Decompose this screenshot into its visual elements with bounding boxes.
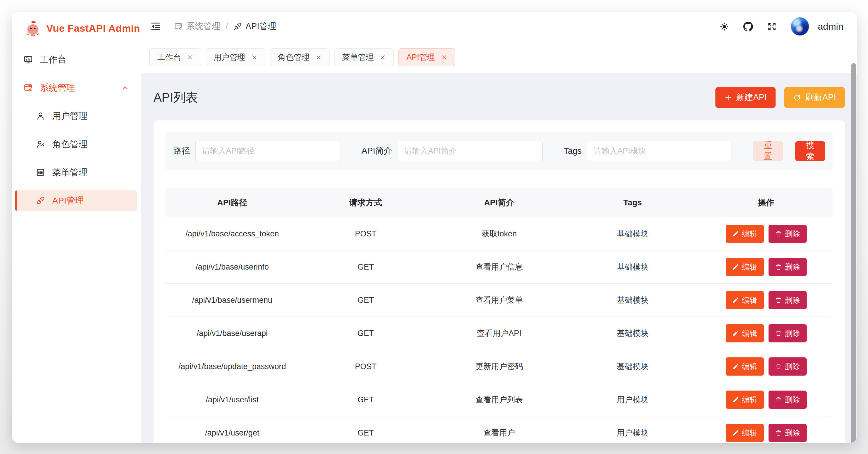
close-icon[interactable] bbox=[380, 54, 386, 60]
delete-button[interactable]: 删除 bbox=[769, 391, 807, 409]
reset-button[interactable]: 重置 bbox=[753, 141, 783, 161]
delete-button[interactable]: 删除 bbox=[769, 358, 807, 376]
cell-tags: 基础模块 bbox=[566, 217, 699, 251]
cell-tags: 用户模块 bbox=[566, 417, 699, 443]
sidebar-item-label: 用户管理 bbox=[52, 110, 88, 122]
delete-button[interactable]: 删除 bbox=[769, 225, 807, 243]
col-actions: 操作 bbox=[699, 188, 833, 217]
close-icon[interactable] bbox=[315, 54, 321, 60]
pencil-icon bbox=[732, 429, 739, 436]
edit-button[interactable]: 编辑 bbox=[726, 391, 764, 409]
table-row: /api/v1/user/list GET 查看用户列表 用户模块 编辑 bbox=[165, 383, 833, 417]
username[interactable]: admin bbox=[818, 21, 843, 32]
api-table: API路径 请求方式 API简介 Tags 操作 /api/v1/base/ac… bbox=[165, 188, 833, 443]
sidebar-collapse-icon[interactable] bbox=[150, 21, 161, 32]
cell-actions: 编辑 删除 bbox=[699, 251, 833, 284]
avatar[interactable] bbox=[791, 17, 809, 35]
fullscreen-icon[interactable] bbox=[767, 22, 777, 31]
cell-summary: 查看用户信息 bbox=[433, 251, 566, 284]
create-api-button[interactable]: 新建API bbox=[715, 87, 776, 108]
cell-tags: 基础模块 bbox=[566, 284, 699, 317]
tab-label: 工作台 bbox=[157, 52, 181, 62]
breadcrumb: 系统管理 / API管理 bbox=[174, 21, 276, 32]
desktop: { "app": {"logo_text": "Vue FastAPI Admi… bbox=[0, 0, 868, 454]
tab[interactable]: API管理 bbox=[399, 49, 455, 66]
sidebar-item-label: API管理 bbox=[52, 195, 84, 207]
pencil-icon bbox=[732, 230, 739, 237]
tags-input[interactable] bbox=[587, 141, 732, 161]
edit-button[interactable]: 编辑 bbox=[726, 358, 764, 376]
close-icon[interactable] bbox=[187, 54, 193, 60]
edit-button[interactable]: 编辑 bbox=[726, 324, 764, 342]
cell-summary: 查看用户菜单 bbox=[433, 284, 566, 317]
theme-sun-icon[interactable] bbox=[719, 22, 729, 31]
search-button[interactable]: 搜索 bbox=[795, 141, 825, 161]
system-gear-icon bbox=[174, 22, 183, 31]
breadcrumb-item-api[interactable]: API管理 bbox=[233, 21, 276, 32]
summary-input[interactable] bbox=[398, 141, 542, 161]
tab[interactable]: 用户管理 bbox=[206, 49, 265, 66]
delete-button[interactable]: 删除 bbox=[769, 258, 807, 276]
cell-method: GET bbox=[299, 284, 433, 317]
cell-method: GET bbox=[299, 251, 433, 284]
sidebar-item-menus[interactable]: 菜单管理 bbox=[15, 162, 137, 183]
cell-method: POST bbox=[299, 217, 433, 251]
cell-summary: 获取token bbox=[433, 217, 566, 251]
breadcrumb-item-system[interactable]: 系统管理 bbox=[174, 21, 220, 32]
table-row: /api/v1/base/userapi GET 查看用户API 基础模块 编辑 bbox=[165, 317, 833, 350]
cell-method: GET bbox=[299, 317, 433, 350]
col-tags: Tags bbox=[566, 188, 699, 217]
refresh-api-button[interactable]: 刷新API bbox=[784, 87, 845, 108]
delete-button[interactable]: 删除 bbox=[769, 424, 807, 442]
refresh-icon bbox=[793, 94, 801, 102]
sidebar-item-label: 系统管理 bbox=[40, 82, 75, 94]
trash-icon bbox=[775, 330, 782, 337]
user-icon bbox=[36, 111, 45, 121]
edit-button[interactable]: 编辑 bbox=[726, 258, 764, 276]
sidebar-item-system[interactable]: 系统管理 bbox=[15, 78, 137, 98]
github-icon[interactable] bbox=[743, 22, 753, 31]
delete-button[interactable]: 删除 bbox=[769, 324, 807, 342]
pencil-icon bbox=[732, 330, 739, 337]
main-area: 系统管理 / API管理 admin 工作台 bbox=[141, 12, 857, 443]
tab[interactable]: 角色管理 bbox=[270, 49, 330, 66]
scrollbar[interactable] bbox=[851, 63, 856, 443]
cell-tags: 用户模块 bbox=[566, 383, 699, 417]
sidebar-item-workbench[interactable]: 工作台 bbox=[15, 49, 137, 70]
edit-button[interactable]: 编辑 bbox=[726, 225, 764, 243]
cell-method: GET bbox=[299, 417, 433, 443]
app-logo[interactable]: Vue FastAPI Admin bbox=[12, 12, 141, 45]
sidebar-item-api[interactable]: API管理 bbox=[15, 190, 137, 211]
cell-path: /api/v1/base/access_token bbox=[165, 217, 299, 251]
path-input[interactable] bbox=[195, 141, 340, 161]
close-icon[interactable] bbox=[441, 54, 447, 60]
cell-actions: 编辑 删除 bbox=[699, 284, 833, 317]
breadcrumb-separator: / bbox=[226, 22, 228, 31]
col-path: API路径 bbox=[165, 188, 299, 217]
edit-button[interactable]: 编辑 bbox=[726, 291, 764, 309]
system-gear-icon bbox=[24, 83, 33, 92]
api-plug-icon bbox=[233, 22, 242, 31]
col-summary: API简介 bbox=[433, 188, 566, 217]
tab[interactable]: 工作台 bbox=[149, 49, 201, 66]
col-method: 请求方式 bbox=[299, 188, 433, 217]
cell-path: /api/v1/user/list bbox=[165, 383, 299, 417]
edit-button[interactable]: 编辑 bbox=[726, 424, 764, 442]
cell-tags: 基础模块 bbox=[566, 251, 699, 284]
tags-label: Tags bbox=[564, 146, 582, 156]
cell-actions: 编辑 删除 bbox=[699, 217, 833, 251]
trash-icon bbox=[775, 296, 782, 304]
tab[interactable]: 菜单管理 bbox=[334, 49, 394, 66]
path-label: 路径 bbox=[173, 145, 190, 157]
delete-button[interactable]: 删除 bbox=[769, 291, 807, 309]
page-content: API列表 新建API 刷新API 路径 bbox=[141, 74, 857, 443]
cell-summary: 查看用户列表 bbox=[433, 383, 566, 417]
sidebar-item-roles[interactable]: 角色管理 bbox=[15, 134, 137, 154]
pencil-icon bbox=[732, 296, 739, 304]
close-icon[interactable] bbox=[251, 54, 257, 60]
chick-logo-icon bbox=[24, 19, 42, 37]
cell-path: /api/v1/base/update_password bbox=[165, 350, 299, 383]
filter-buttons: 重置 搜索 bbox=[753, 141, 825, 161]
table-row: /api/v1/base/update_password POST 更新用户密码… bbox=[165, 350, 833, 383]
sidebar-item-users[interactable]: 用户管理 bbox=[15, 106, 137, 126]
